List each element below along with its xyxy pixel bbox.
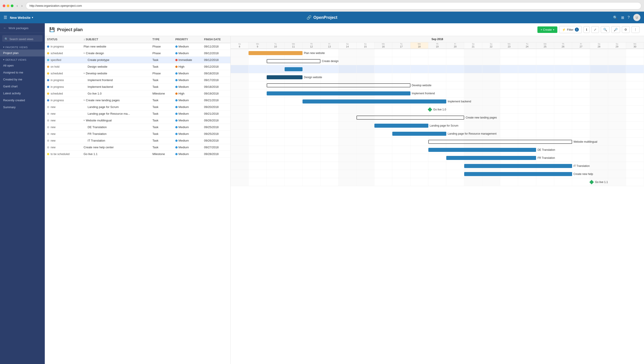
gantt-row[interactable]: Develop website	[231, 81, 644, 89]
subject-cell[interactable]: Design website	[81, 63, 150, 70]
gantt-row[interactable]: Go live 1.0	[231, 106, 644, 114]
sidebar-item-recently-created[interactable]: Recently created	[0, 97, 45, 104]
table-row[interactable]: scheduled Go live 1.0 Milestone High 09/…	[45, 90, 230, 97]
sidebar-item-assigned-to-me[interactable]: Assigned to me	[0, 69, 45, 76]
table-row[interactable]: scheduled ▾ Create design Phase Medium 0…	[45, 50, 230, 57]
zoom-in-button[interactable]: 🔍	[601, 26, 610, 33]
subject-cell[interactable]: Go live 1.1	[81, 151, 150, 157]
subject-cell[interactable]: Implement backend	[81, 84, 150, 90]
expand-icon[interactable]: ▾	[84, 72, 85, 75]
expand-button[interactable]: ⤢	[592, 26, 599, 33]
hamburger-icon[interactable]: ☰	[4, 15, 7, 20]
gantt-row[interactable]: IT Translation	[231, 162, 644, 170]
subject-cell[interactable]: Implement frontend	[81, 77, 150, 84]
subject-cell[interactable]: Plan new website	[81, 43, 150, 50]
back-button[interactable]: ‹	[15, 3, 19, 8]
gantt-bar[interactable]	[356, 116, 464, 120]
help-icon[interactable]: ?	[628, 16, 630, 20]
minimize-dot[interactable]	[7, 5, 10, 7]
sidebar-item-created-by-me[interactable]: Created by me	[0, 76, 45, 83]
zoom-out-button[interactable]: 🔎	[611, 26, 620, 33]
info-button[interactable]: ℹ	[584, 26, 590, 33]
gantt-row[interactable]	[231, 65, 644, 73]
gantt-bar[interactable]	[267, 91, 410, 95]
sidebar-item-summary[interactable]: Summary	[0, 104, 45, 111]
table-row[interactable]: in progress ▾ Create new landing pages T…	[45, 97, 230, 104]
subject-cell[interactable]: Landing page for Scrum	[81, 104, 150, 110]
subject-cell[interactable]: DE Translation	[81, 124, 150, 131]
gantt-row[interactable]: FR Translation	[231, 154, 644, 162]
gantt-row[interactable]: Landing page for Scrum	[231, 122, 644, 130]
gantt-row[interactable]: Implement frontend	[231, 89, 644, 97]
subject-cell[interactable]: Create new help center	[81, 144, 150, 151]
avatar[interactable]: U	[633, 14, 640, 21]
table-row[interactable]: in progress Plan new website Phase Mediu…	[45, 43, 230, 50]
sidebar-item-gantt-chart[interactable]: Gantt chart	[0, 83, 45, 90]
gantt-bar[interactable]	[267, 83, 410, 87]
sidebar-item-latest-activity[interactable]: Latest activity	[0, 90, 45, 97]
gantt-bar[interactable]	[267, 75, 303, 79]
gantt-row[interactable]: Create new help	[231, 170, 644, 178]
table-row[interactable]: new DE Translation Task Medium 09/25/201…	[45, 124, 230, 131]
close-dot[interactable]	[3, 5, 5, 7]
table-row[interactable]: new ▾ Website multilingual Task Medium 0…	[45, 117, 230, 124]
table-row[interactable]: in progress Implement backend Task Mediu…	[45, 84, 230, 90]
subject-cell[interactable]: Create prototype	[81, 57, 150, 63]
table-row[interactable]: new Create new help center Task Medium 0…	[45, 144, 230, 151]
col-subject[interactable]: ↕ SUBJECT	[81, 36, 150, 43]
subject-cell[interactable]: IT Translation	[81, 137, 150, 144]
gantt-bar[interactable]	[248, 51, 302, 55]
more-button[interactable]: ⋮	[632, 26, 640, 33]
sidebar-item-project-plan[interactable]: Project plan	[0, 50, 45, 57]
expand-icon[interactable]: ▾	[84, 119, 85, 122]
table-row[interactable]: to be scheduled Go live 1.1 Milestone Me…	[45, 151, 230, 157]
subject-cell[interactable]: Landing page for Resource ma...	[81, 110, 150, 117]
table-row[interactable]: new Landing page for Scrum Task Medium 0…	[45, 104, 230, 110]
subject-cell[interactable]: Go live 1.0	[81, 90, 150, 97]
table-row[interactable]: new Landing page for Resource ma... Task…	[45, 110, 230, 117]
gantt-bar[interactable]	[446, 156, 536, 160]
expand-icon[interactable]: ▾	[84, 52, 85, 55]
gantt-row[interactable]: Create design	[231, 57, 644, 65]
gantt-bar[interactable]	[374, 124, 428, 128]
table-row[interactable]: specified Create prototype Task Immediat…	[45, 57, 230, 63]
gantt-row[interactable]: Create new landing pages	[231, 114, 644, 122]
gantt-row[interactable]: Plan new website	[231, 49, 644, 57]
gantt-bar[interactable]	[464, 164, 572, 168]
gantt-row[interactable]: Design website	[231, 73, 644, 81]
forward-button[interactable]: ›	[20, 3, 24, 8]
gantt-bar[interactable]	[392, 132, 446, 136]
expand-icon[interactable]: ▾	[84, 99, 85, 102]
create-button[interactable]: + Create ▾	[538, 27, 557, 33]
table-row[interactable]: new FR Translation Task Medium 09/25/201…	[45, 131, 230, 137]
subject-cell[interactable]: ▾ Create design	[81, 50, 150, 57]
gantt-bar[interactable]	[464, 172, 572, 176]
gantt-row[interactable]: DE Translation	[231, 146, 644, 154]
filter-button[interactable]: ⚡ Filter 1	[559, 26, 582, 33]
gantt-row[interactable]: Go live 1.1	[231, 178, 644, 186]
table-row[interactable]: scheduled ▾ Develop website Phase Medium…	[45, 70, 230, 77]
table-row[interactable]: new IT Translation Task Medium 09/26/201…	[45, 137, 230, 144]
subject-cell[interactable]: ▾ Create new landing pages	[81, 97, 150, 104]
sidebar-search-placeholder[interactable]: Search saved views	[10, 38, 33, 41]
gantt-bar[interactable]	[284, 67, 302, 71]
subject-cell[interactable]: FR Translation	[81, 131, 150, 137]
maximize-dot[interactable]	[11, 5, 14, 7]
sidebar-back-button[interactable]: ← Work packages	[0, 23, 45, 33]
grid-icon[interactable]: ⊞	[621, 16, 624, 20]
subject-cell[interactable]: ▾ Website multilingual	[81, 117, 150, 124]
address-bar[interactable]: http://www.organization.openproject.com	[26, 2, 641, 10]
gantt-row[interactable]: Implement backend	[231, 97, 644, 106]
project-selector[interactable]: New Website ▾	[10, 16, 33, 20]
settings-button[interactable]: ⚙	[622, 26, 630, 33]
table-row[interactable]: in progress Implement frontend Task Medi…	[45, 77, 230, 84]
gantt-bar[interactable]	[267, 59, 321, 63]
table-row[interactable]: on hold Design website Task High 09/12/2…	[45, 63, 230, 70]
gantt-bar[interactable]	[428, 140, 572, 144]
gantt-row[interactable]: Website multilingual	[231, 138, 644, 146]
gantt-bar[interactable]	[428, 148, 536, 152]
sidebar-item-all-open[interactable]: All open	[0, 62, 45, 69]
gantt-row[interactable]: Landing page for Resource management	[231, 130, 644, 138]
subject-cell[interactable]: ▾ Develop website	[81, 70, 150, 77]
gantt-bar[interactable]	[302, 100, 446, 104]
